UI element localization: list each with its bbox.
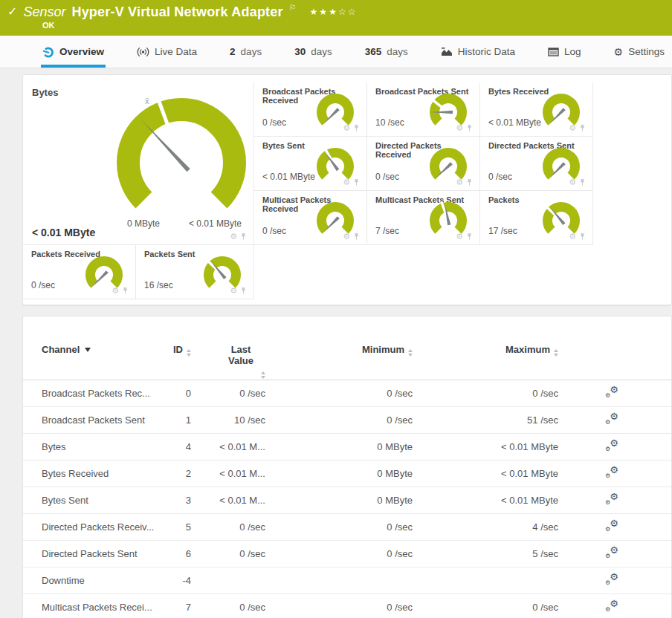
sort-icon — [408, 349, 413, 357]
table-row: Bytes Received2< 0.01 M...0 MByte< 0.01 … — [23, 461, 671, 487]
gear-icon[interactable]: ⚙ — [343, 124, 350, 132]
channel-settings-icon[interactable]: ⚙⚙ — [604, 520, 619, 533]
gear-icon[interactable]: ⚙ — [230, 287, 237, 295]
gauge-scale-min: 0 MByte — [127, 218, 160, 229]
gauge-card[interactable]: Broadcast Packets Received0 /sec⚙ — [254, 82, 367, 137]
gauge-value: < 0.01 MByte — [488, 117, 541, 128]
column-label: Channel — [42, 344, 80, 355]
channel-settings-icon[interactable]: ⚙⚙ — [604, 573, 619, 586]
pin-icon[interactable] — [353, 232, 360, 241]
stars-empty[interactable]: ☆☆ — [338, 7, 358, 17]
pin-icon[interactable] — [122, 287, 129, 295]
channel-settings-icon[interactable]: ⚙⚙ — [604, 386, 619, 399]
channel-settings-icon[interactable]: ⚙⚙ — [604, 440, 619, 452]
gauge-card[interactable]: Bytes Received< 0.01 MByte⚙ — [480, 82, 593, 137]
cell-channel[interactable]: Broadcast Packets Sent — [23, 407, 164, 434]
gauge-card[interactable]: Multicast Packets Received0 /sec⚙ — [254, 191, 367, 245]
status-badge: OK — [42, 21, 672, 30]
gauge-card[interactable]: Broadcast Packets Sent10 /sec⚙ — [367, 82, 480, 137]
pin-icon[interactable] — [240, 232, 247, 241]
pin-icon[interactable] — [579, 178, 586, 186]
cell-channel[interactable]: Bytes Received — [23, 461, 164, 487]
pin-icon[interactable] — [466, 124, 473, 132]
channel-settings-icon[interactable]: ⚙⚙ — [604, 547, 619, 559]
priority-stars[interactable]: ★★★☆☆ — [310, 4, 358, 20]
tab-overview[interactable]: Overview — [41, 36, 106, 68]
gauge-card-bytes[interactable]: Bytes x̄ 0 MByte < 0.01 MByte < 0.01 MBy… — [23, 82, 254, 245]
pin-icon[interactable] — [240, 287, 247, 295]
gauge-card[interactable]: Directed Packets Received0 /sec⚙ — [367, 137, 480, 191]
pin-icon[interactable] — [353, 178, 360, 186]
cell-last-value — [193, 567, 267, 594]
table-row: Directed Packets Sent60 /sec0 /sec5 /sec… — [23, 541, 671, 567]
gear-icon[interactable]: ⚙ — [112, 287, 119, 295]
gauge-card[interactable]: Multicast Packets Sent7 /sec⚙ — [367, 191, 480, 245]
column-header-id[interactable]: ID — [164, 316, 193, 380]
sort-desc-icon — [85, 348, 91, 352]
gear-icon[interactable]: ⚙ — [343, 232, 350, 241]
tab-log[interactable]: Log — [546, 36, 583, 68]
gauge-card[interactable]: Packets Received0 /sec⚙ — [23, 245, 136, 299]
tab-prefix: 2 — [230, 46, 236, 57]
tab-historic-data[interactable]: Historic Data — [439, 36, 517, 68]
gear-icon[interactable]: ⚙ — [343, 178, 350, 186]
gauge-card[interactable]: Directed Packets Sent0 /sec⚙ — [480, 137, 593, 191]
tab-2-days[interactable]: 2 days — [228, 36, 263, 68]
gear-icon[interactable]: ⚙ — [569, 178, 576, 186]
gauge-value: < 0.01 MByte — [262, 172, 315, 182]
gear-icon[interactable]: ⚙ — [230, 232, 237, 241]
gauge-card[interactable]: Packets Sent16 /sec⚙ — [136, 245, 254, 299]
sort-icon — [261, 371, 265, 379]
tab-30-days[interactable]: 30 days — [293, 36, 334, 68]
gauge-card[interactable]: Bytes Sent< 0.01 MByte⚙ — [254, 137, 367, 191]
cell-maximum: 0 /sec — [414, 380, 560, 407]
cell-channel[interactable]: Directed Packets Receiv... — [23, 514, 164, 541]
pin-icon[interactable] — [579, 124, 586, 132]
column-label: Maximum — [505, 344, 550, 355]
gear-icon[interactable]: ⚙ — [456, 232, 463, 241]
table-row: Broadcast Packets Rec...00 /sec0 /sec0 /… — [23, 380, 671, 407]
table-row: Directed Packets Receiv...50 /sec0 /sec4… — [23, 514, 671, 541]
cell-channel[interactable]: Bytes Sent — [23, 487, 164, 514]
cell-channel[interactable]: Directed Packets Sent — [23, 541, 164, 567]
gear-icon[interactable]: ⚙ — [456, 124, 463, 132]
pin-icon[interactable] — [579, 232, 586, 241]
cell-channel[interactable]: Broadcast Packets Rec... — [23, 380, 164, 407]
column-label: ID — [173, 344, 183, 355]
tab-label: Settings — [628, 46, 665, 57]
pin-icon[interactable] — [466, 178, 473, 186]
table-row: Downtime-4⚙⚙ — [23, 567, 671, 594]
cell-last-value: 0 /sec — [193, 514, 267, 541]
column-header-minimum[interactable]: Minimum — [267, 316, 414, 380]
pin-icon[interactable] — [466, 232, 473, 241]
tab-365-days[interactable]: 365 days — [364, 36, 410, 68]
gauge-card[interactable]: Packets17 /sec⚙ — [480, 191, 593, 245]
cell-minimum: 0 /sec — [267, 514, 414, 541]
pin-icon[interactable] — [353, 124, 360, 132]
cell-maximum — [414, 567, 560, 594]
channel-settings-icon[interactable]: ⚙⚙ — [604, 493, 619, 506]
cell-channel[interactable]: Downtime — [23, 567, 164, 594]
gauge-value: 0 /sec — [375, 172, 399, 182]
table-row: Broadcast Packets Sent110 /sec0 /sec51 /… — [23, 407, 671, 434]
tab-live-data[interactable]: Live Data — [135, 36, 198, 68]
gear-icon[interactable]: ⚙ — [569, 124, 576, 132]
flag-icon[interactable]: ⚐ — [289, 0, 297, 16]
gear-icon[interactable]: ⚙ — [569, 232, 576, 241]
table-header-row: Channel ID Last Value Minimum Maximum — [23, 316, 671, 380]
cell-channel[interactable]: Multicast Packets Recei... — [23, 594, 164, 618]
column-header-last-value[interactable]: Last Value — [193, 316, 267, 380]
channel-settings-icon[interactable]: ⚙⚙ — [604, 413, 619, 426]
column-header-channel[interactable]: Channel — [23, 316, 164, 380]
tab-settings[interactable]: ⚙ Settings — [613, 36, 666, 68]
log-icon — [548, 48, 559, 56]
channel-settings-icon[interactable]: ⚙⚙ — [604, 466, 619, 479]
cell-minimum: 0 /sec — [267, 594, 414, 618]
cell-channel[interactable]: Bytes — [23, 434, 164, 461]
column-header-maximum[interactable]: Maximum — [414, 316, 560, 380]
gear-icon[interactable]: ⚙ — [456, 178, 463, 186]
channel-settings-icon[interactable]: ⚙⚙ — [604, 600, 619, 613]
tab-prefix: 30 — [294, 46, 306, 57]
stars-filled[interactable]: ★★★ — [310, 7, 338, 17]
cell-id: 4 — [164, 434, 193, 461]
